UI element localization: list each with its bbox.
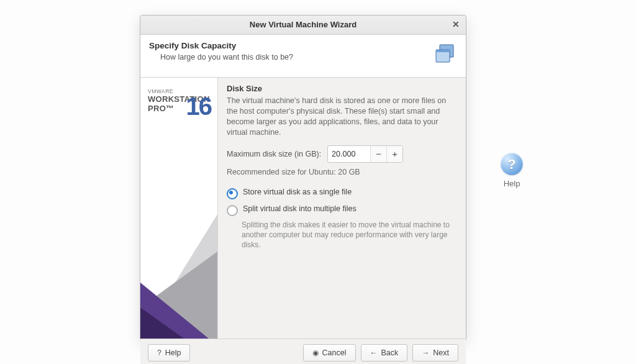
desktop-help-label: Help	[498, 179, 525, 188]
cancel-button[interactable]: ◉ Cancel	[303, 344, 356, 362]
branding-version: 16	[186, 93, 212, 121]
radio-checked-icon	[227, 188, 238, 199]
radio-unchecked-icon	[227, 205, 238, 216]
option-single-file[interactable]: Store virtual disk as a single file	[227, 188, 456, 199]
desktop-help-launcher[interactable]: Help	[498, 153, 525, 188]
option-single-label: Store virtual disk as a single file	[243, 188, 352, 196]
cancel-icon: ◉	[312, 348, 319, 357]
recommended-size: Recommended size for Ubuntu: 20 GB	[227, 168, 456, 176]
disk-description: The virtual machine's hard disk is store…	[227, 96, 456, 138]
svg-rect-2	[436, 50, 450, 52]
disk-size-label: Maximum disk size (in GB):	[227, 150, 321, 158]
branding-graphic	[140, 165, 217, 339]
window-close-button[interactable]: ✕	[450, 19, 462, 31]
page-title: Specify Disk Capacity	[149, 41, 457, 50]
option-split-description: Splitting the disk makes it easier to mo…	[242, 220, 456, 250]
help-button[interactable]: ? Help	[148, 344, 190, 362]
arrow-right-icon: →	[422, 348, 429, 357]
wizard-footer: ? Help ◉ Cancel ← Back → Next	[140, 339, 466, 364]
option-split-label: Split virtual disk into multiple files	[243, 204, 357, 213]
branding-panel: VMWARE WORKSTATION PRO™ 16	[140, 78, 218, 339]
back-button[interactable]: ← Back	[361, 344, 408, 362]
disk-size-stepper: − +	[327, 145, 403, 163]
close-icon: ✕	[452, 19, 460, 29]
next-button[interactable]: → Next	[412, 344, 458, 362]
section-title: Disk Size	[227, 84, 456, 93]
disk-size-increment[interactable]: +	[386, 146, 402, 162]
disk-size-decrement[interactable]: −	[370, 146, 386, 162]
arrow-left-icon: ←	[370, 348, 378, 357]
page-subtitle: How large do you want this disk to be?	[160, 53, 457, 61]
window-title: New Virtual Machine Wizard	[250, 20, 357, 29]
disk-icon	[434, 43, 458, 66]
help-icon	[501, 153, 523, 175]
option-split-files[interactable]: Split virtual disk into multiple files	[227, 204, 456, 216]
help-icon: ?	[157, 348, 161, 357]
wizard-header: Specify Disk Capacity How large do you w…	[140, 35, 466, 78]
disk-size-input[interactable]	[328, 146, 370, 162]
minus-icon: −	[376, 148, 381, 159]
titlebar[interactable]: New Virtual Machine Wizard ✕	[140, 16, 466, 35]
plus-icon: +	[392, 148, 398, 159]
wizard-content: Disk Size The virtual machine's hard dis…	[218, 78, 466, 339]
wizard-window: New Virtual Machine Wizard ✕ Specify Dis…	[140, 15, 466, 341]
